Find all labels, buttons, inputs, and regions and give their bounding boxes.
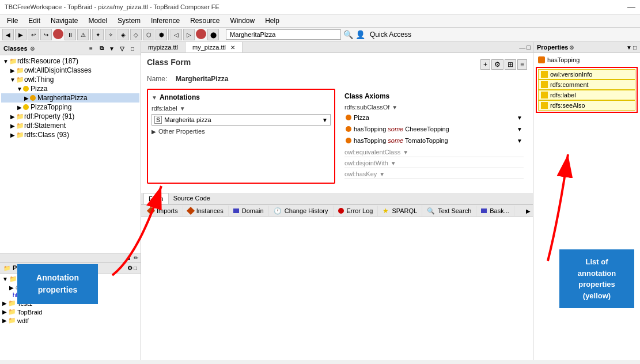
expand-all-btn[interactable]: ⧉	[97, 44, 106, 53]
minimize-btn[interactable]: —	[627, 2, 635, 12]
collapse-all-btn[interactable]: ≡	[86, 44, 96, 53]
toggle-rdf-statement[interactable]: ▶	[9, 123, 16, 129]
tab-mypizza-ttl[interactable]: mypizza.ttl	[141, 42, 185, 52]
annotations-toggle-icon[interactable]: ▼	[152, 94, 157, 101]
project-item-topbraid[interactable]: ▶ 📁 TopBraid	[1, 308, 139, 316]
menu-navigate[interactable]: Navigate	[46, 16, 82, 26]
toolbar-btn-14[interactable]: ⬢	[156, 29, 167, 40]
toolbar-btn-17[interactable]: ▷	[183, 29, 195, 40]
toolbar-btn-7[interactable]: ⚠	[77, 29, 89, 40]
tab-close-btn[interactable]: ✕	[230, 44, 235, 51]
menu-model[interactable]: Model	[84, 16, 112, 26]
domain-tab[interactable]: Domain	[229, 206, 269, 216]
toolbar-btn-13[interactable]: ⬡	[143, 29, 154, 40]
toggle-rdfs-resource[interactable]: ▼	[2, 58, 9, 65]
toolbar-btn-10[interactable]: ✧	[105, 29, 116, 40]
prop-item-rdfs-label[interactable]: rdfs:label	[538, 90, 635, 100]
toolbar-btn-2[interactable]: ▶	[15, 29, 26, 40]
toolbar-btn-8[interactable]	[90, 29, 91, 40]
tree-item-margherita[interactable]: ▶ MargheritaPizza	[1, 93, 139, 103]
toggle-owl-thing[interactable]: ▼	[9, 77, 16, 83]
owl-haskey-dropdown[interactable]: ▼	[379, 171, 385, 177]
left-panel-menu[interactable]: ✏	[134, 255, 138, 261]
tree-item-rdfs-class[interactable]: ▶ 📁 rdfs:Class (93)	[1, 130, 139, 139]
sparql-tab[interactable]: ★ SPARQL	[378, 205, 422, 217]
search-icon[interactable]: 🔍	[343, 30, 353, 39]
toolbar-btn-16[interactable]: ◁	[171, 29, 182, 40]
imports-tab[interactable]: Imports	[143, 206, 183, 216]
owl-equivalent-dropdown[interactable]: ▼	[403, 149, 408, 156]
menu-resource[interactable]: Resource	[185, 16, 224, 26]
pizza-toggle-icon[interactable]: ▼	[2, 276, 8, 282]
resize-handle[interactable]: ⬆	[127, 255, 131, 261]
toolbar-btn-19[interactable]: ⬤	[207, 29, 219, 40]
tab-minimize-btn[interactable]: —	[519, 44, 525, 51]
source-code-tab[interactable]: Source Code	[169, 193, 215, 204]
toggle-pizza[interactable]: ▼	[16, 86, 23, 92]
owl-disjoint-dropdown[interactable]: ▼	[391, 160, 396, 166]
menu-help[interactable]: Help	[260, 16, 284, 26]
filter-btn[interactable]: ▼	[107, 44, 116, 53]
toolbar-btn-1[interactable]: ◀	[2, 29, 14, 40]
tree-item-pizza[interactable]: ▼ Pizza	[1, 84, 139, 93]
tree-item-rdf-statement[interactable]: ▶ 📁 rdf:Statement	[1, 121, 139, 130]
properties-menu-btn[interactable]: ▼	[626, 44, 632, 51]
toolbar-btn-12[interactable]: ◇	[130, 29, 142, 40]
toggle-pizza-topping[interactable]: ▶	[16, 104, 23, 111]
other-props-toggle[interactable]: ▶	[152, 128, 156, 135]
rdfs-label-dropdown[interactable]: ▼	[180, 105, 185, 112]
toolbar-btn-15[interactable]	[168, 29, 169, 40]
toolbar-btn-4[interactable]: ↪	[40, 29, 52, 40]
toolbar-btn-3[interactable]: ↩	[28, 29, 39, 40]
project-item-wdtf[interactable]: ▶ 📁 wdtf	[1, 316, 139, 325]
tree-item-rdf-property[interactable]: ▶ 📁 rdf:Property (91)	[1, 112, 139, 121]
properties-maximize-btn[interactable]: □	[633, 44, 637, 51]
prop-item-rdfs-comment[interactable]: rdfs:comment	[538, 79, 635, 90]
rdfs-subclassof-dropdown[interactable]: ▼	[392, 104, 397, 111]
tree-item-rdfs-resource[interactable]: ▼ 📁 rdfs:Resource (187)	[1, 56, 139, 66]
tab-maximize-btn[interactable]: □	[527, 44, 531, 51]
toolbar-btn-9[interactable]: ✦	[92, 29, 104, 40]
menu-file[interactable]: File	[2, 16, 22, 26]
tree-item-owl-thing[interactable]: ▼ 📁 owl:Thing	[1, 75, 139, 84]
value-expand-arrow[interactable]: ▼	[322, 117, 328, 123]
prop-item-rdfs-seealso[interactable]: rdfs:seeAlso	[538, 100, 635, 111]
toggle-rdfs-class[interactable]: ▶	[9, 132, 16, 138]
mypizza-toggle-icon[interactable]: ▶	[9, 285, 14, 291]
axiom-dropdown-pizza[interactable]: ▼	[517, 115, 522, 121]
menu-system[interactable]: System	[113, 16, 145, 26]
test1-toggle-icon[interactable]: ▶	[2, 300, 7, 306]
tabs-scroll-right[interactable]: ▶	[526, 208, 531, 214]
panel-menu-btn[interactable]: ▽	[118, 44, 127, 53]
maximize-btn[interactable]: □	[128, 44, 137, 53]
user-icon[interactable]: 👤	[355, 30, 365, 39]
menu-edit[interactable]: Edit	[24, 16, 45, 26]
axiom-dropdown-tomato[interactable]: ▼	[517, 138, 522, 144]
change-history-tab[interactable]: 🕐 Change History	[269, 206, 334, 217]
text-search-tab[interactable]: 🔍 Text Search	[422, 206, 476, 217]
project-expand-icon[interactable]: □	[134, 265, 137, 271]
instances-tab[interactable]: Instances	[183, 206, 229, 216]
prop-item-hastopping[interactable]: hasTopping	[536, 55, 638, 65]
form-grid-btn[interactable]: ⊞	[505, 59, 516, 70]
project-gear-icon[interactable]: ⚙	[127, 265, 132, 271]
toggle-owl-alldisjoint[interactable]: ▶	[9, 67, 16, 74]
toolbar-btn-6[interactable]: ⏸	[65, 29, 76, 40]
toolbar-btn-18[interactable]	[196, 29, 206, 39]
toolbar-btn-5[interactable]	[53, 29, 63, 39]
axiom-dropdown-cheese[interactable]: ▼	[517, 126, 522, 132]
form-gear-btn[interactable]: ⚙	[491, 59, 503, 70]
prop-item-owl-versioninfo[interactable]: owl:versionInfo	[538, 69, 635, 79]
form-tab[interactable]: Form	[143, 193, 169, 204]
search-input[interactable]	[226, 29, 341, 40]
toggle-rdf-property[interactable]: ▶	[9, 113, 16, 120]
basket-tab[interactable]: Bask...	[476, 206, 514, 216]
form-list-btn[interactable]: ≡	[517, 59, 527, 70]
topbraid-toggle-icon[interactable]: ▶	[2, 309, 7, 315]
toggle-margherita[interactable]: ▶	[23, 95, 30, 101]
tab-my-pizza-ttl[interactable]: my_pizza.ttl ✕	[185, 41, 243, 52]
tree-item-owl-alldisjoint[interactable]: ▶ 📁 owl:AllDisjointClasses	[1, 66, 139, 75]
error-log-tab[interactable]: Error Log	[334, 206, 378, 216]
form-add-btn[interactable]: +	[480, 59, 490, 70]
toolbar-btn-11[interactable]: ◈	[118, 29, 129, 40]
